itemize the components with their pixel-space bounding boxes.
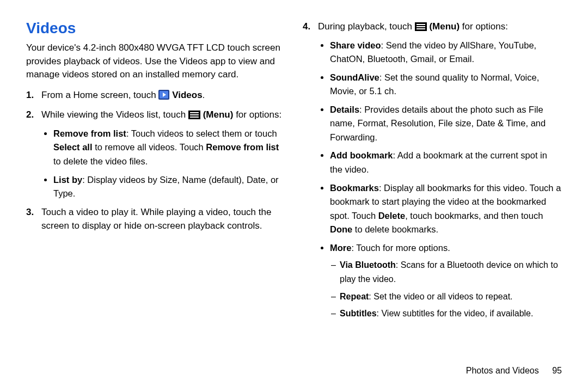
step-1: 1. From a Home screen, touch Videos. bbox=[41, 88, 285, 104]
opt-details-text: : Provides details about the photo such … bbox=[330, 105, 546, 142]
numbered-steps-left: 1. From a Home screen, touch Videos. 2. … bbox=[26, 88, 285, 233]
step-1-post: . bbox=[203, 90, 205, 100]
step-1-app: Videos bbox=[172, 90, 202, 100]
opt-details-label: Details bbox=[330, 105, 359, 114]
subopt-repeat-text: : Set the video or all videos to repeat. bbox=[369, 292, 512, 301]
play-icon bbox=[158, 90, 169, 104]
footer-section: Photos and Videos bbox=[466, 366, 539, 375]
subopt-via-bluetooth: Via Bluetooth: Scans for a Bluetooth dev… bbox=[340, 258, 562, 286]
section-heading: Videos bbox=[26, 20, 285, 37]
opt-remove-from-list-bold: Remove from list bbox=[206, 142, 279, 152]
svg-rect-4 bbox=[190, 112, 199, 113]
step-2: 2. While viewing the Videos list, touch … bbox=[41, 108, 285, 200]
step-2-pre: While viewing the Videos list, touch bbox=[41, 109, 188, 120]
opt-bm-b: , touch bookmarks, and then touch bbox=[405, 211, 543, 220]
svg-rect-8 bbox=[416, 24, 425, 25]
page-footer: Photos and Videos 95 bbox=[26, 358, 562, 376]
opt-share-label: Share video bbox=[330, 40, 381, 50]
left-column: Videos Your device's 4.2-inch 800x480 WV… bbox=[26, 20, 285, 358]
step-marker: 4. bbox=[303, 20, 310, 34]
opt-bookmarks: Bookmarks: Display all bookmarks for thi… bbox=[330, 181, 562, 237]
opt-remove-select-all: Select all bbox=[53, 142, 93, 152]
step-marker: 1. bbox=[26, 88, 34, 102]
subopt-repeat: Repeat: Set the video or all videos to r… bbox=[340, 290, 562, 304]
svg-rect-10 bbox=[416, 28, 425, 29]
opt-listby-text: : Display videos by Size, Name (default)… bbox=[53, 175, 279, 199]
playback-menu-options: Share video: Send the video by AllShare,… bbox=[318, 39, 562, 321]
opt-bm-done: Done bbox=[330, 224, 352, 234]
opt-remove-label: Remove from list bbox=[53, 128, 126, 138]
list-menu-options: Remove from list: Touch videos to select… bbox=[41, 127, 285, 201]
step-1-pre: From a Home screen, touch bbox=[41, 90, 158, 100]
opt-bm-label: Bookmarks bbox=[330, 183, 379, 193]
opt-share-video: Share video: Send the video by AllShare,… bbox=[330, 39, 562, 66]
step-4-pre: During playback, touch bbox=[318, 21, 415, 32]
opt-bm-c: to delete bookmarks. bbox=[352, 224, 438, 234]
opt-list-by: List by: Display videos by Size, Name (d… bbox=[53, 173, 285, 201]
subopt-subs-label: Subtitles bbox=[340, 309, 377, 318]
opt-remove-b: to remove all videos. Touch bbox=[93, 142, 206, 152]
subopt-subtitles: Subtitles: View subtitles for the video,… bbox=[340, 307, 562, 321]
step-2-post: for options: bbox=[236, 109, 281, 120]
step-4-menu: (Menu) bbox=[429, 21, 460, 32]
more-suboptions: Via Bluetooth: Scans for a Bluetooth dev… bbox=[330, 258, 562, 320]
step-4: 4. During playback, touch (Menu) for opt… bbox=[318, 20, 562, 321]
opt-remove-from-list: Remove from list: Touch videos to select… bbox=[53, 127, 285, 169]
menu-icon bbox=[415, 21, 427, 35]
svg-rect-9 bbox=[416, 26, 425, 27]
step-marker: 2. bbox=[26, 108, 34, 122]
opt-remove-c: to delete the video files. bbox=[53, 156, 148, 166]
right-column: 4. During playback, touch (Menu) for opt… bbox=[303, 20, 562, 358]
two-column-layout: Videos Your device's 4.2-inch 800x480 WV… bbox=[26, 20, 562, 358]
subopt-repeat-label: Repeat bbox=[340, 292, 369, 301]
step-marker: 3. bbox=[26, 205, 34, 219]
svg-rect-5 bbox=[190, 114, 199, 115]
opt-soundalive: SoundAlive: Set the sound quality to Nor… bbox=[330, 71, 562, 99]
opt-bm-delete: Delete bbox=[378, 211, 406, 220]
subopt-subs-text: : View subtitles for the video, if avail… bbox=[377, 309, 534, 318]
step-2-menu: (Menu) bbox=[203, 109, 234, 120]
opt-more-text: : Touch for more options. bbox=[351, 243, 450, 253]
numbered-steps-right: 4. During playback, touch (Menu) for opt… bbox=[303, 20, 562, 321]
opt-more-label: More bbox=[330, 243, 351, 253]
svg-rect-6 bbox=[190, 117, 199, 118]
opt-remove-a: : Touch videos to select them or touch bbox=[126, 128, 277, 138]
opt-add-bookmark: Add bookmark: Add a bookmark at the curr… bbox=[330, 149, 562, 176]
manual-page: Videos Your device's 4.2-inch 800x480 WV… bbox=[0, 0, 588, 392]
subopt-viabt-label: Via Bluetooth bbox=[340, 260, 396, 270]
opt-addbm-label: Add bookmark bbox=[330, 150, 393, 160]
step-4-post: for options: bbox=[462, 21, 508, 32]
opt-details: Details: Provides details about the phot… bbox=[330, 103, 562, 145]
step-3-text: Touch a video to play it. While playing … bbox=[41, 207, 271, 231]
opt-listby-label: List by bbox=[53, 175, 82, 185]
intro-paragraph: Your device's 4.2-inch 800x480 WVGA TFT … bbox=[26, 41, 285, 82]
footer-page-number: 95 bbox=[552, 366, 562, 376]
opt-sa-label: SoundAlive bbox=[330, 72, 379, 82]
menu-icon bbox=[188, 109, 200, 124]
step-3: 3. Touch a video to play it. While playi… bbox=[41, 205, 285, 233]
opt-more: More: Touch for more options. Via Blueto… bbox=[330, 241, 562, 321]
